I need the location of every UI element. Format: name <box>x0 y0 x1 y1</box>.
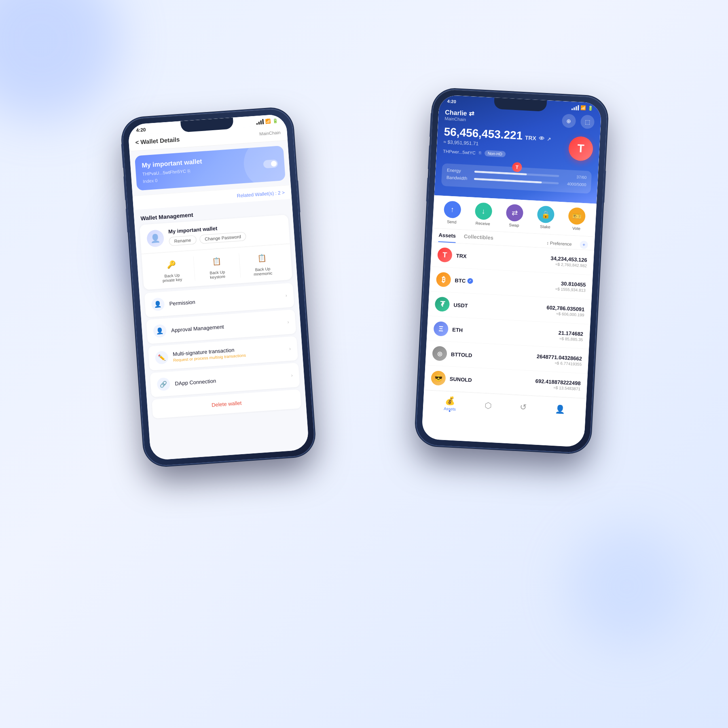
visibility-icon[interactable]: 👁 <box>538 135 544 142</box>
right-battery-icon: 🔋 <box>588 106 594 111</box>
bttold-name: BTTOLD <box>451 351 537 362</box>
btc-values: 30.810455 ≈$ 1555,934.813 <box>555 280 586 292</box>
dapp-label: DApp Connection <box>175 372 286 386</box>
profile-nav-icon: 👤 <box>554 404 565 414</box>
swap-icon: ⇄ <box>506 204 523 222</box>
approval-label: Approval Management <box>171 320 283 333</box>
permission-label: Permission <box>169 293 281 307</box>
backup-private-key[interactable]: 🔑 Back Upprivate key <box>148 256 195 284</box>
change-password-button[interactable]: Change Password <box>199 232 246 244</box>
wallet-addr-text: THPwer...5wtYC <box>443 148 476 155</box>
balance-section: 56,456,453.221 TRX 👁 ↗ ≈ $3,951,951.71 T… <box>434 125 600 197</box>
trx-name: TRX <box>456 252 550 263</box>
addr-copy-icon[interactable]: ⎘ <box>479 150 482 155</box>
right-wifi-icon: 📶 <box>580 105 586 111</box>
asset-list: T TRX 34,234,453.126 ≈$ 2,760,842.982 ₿ <box>424 242 594 399</box>
right-status-icons: 📶 🔋 <box>571 105 594 111</box>
chevron-icon: › <box>285 292 287 298</box>
left-time: 4:20 <box>136 127 146 133</box>
tab-assets[interactable]: Assets <box>438 232 456 243</box>
sunold-logo-icon: 😎 <box>431 370 446 386</box>
sunold-values: 692.418878222498 ≈$ 13.5483871 <box>535 378 581 391</box>
backup-keystore[interactable]: 📋 Back Upkeystore <box>194 253 241 281</box>
wallet-card: My important wallet THPvaU...5wtFhn5YC ⎘… <box>135 146 286 190</box>
rename-button[interactable]: Rename <box>169 235 197 246</box>
left-status-icons: 📶 🔋 <box>256 118 278 125</box>
right-signal-icon <box>571 105 579 110</box>
resources: T Energy 37/60 Bandwi <box>441 163 592 194</box>
wifi-icon: 📶 <box>265 118 271 124</box>
send-icon: ↑ <box>443 201 461 218</box>
usdt-values: 602,786.035091 ≈$ 606,000.199 <box>546 304 584 317</box>
bttold-values: 2648771.04328662 ≈$ 6.77419355 <box>536 353 582 366</box>
assets-nav-icon: 💰 <box>445 396 455 406</box>
key-icon: 🔑 <box>164 258 178 271</box>
sunold-name: SUNOLD <box>449 376 535 386</box>
add-wallet-button[interactable]: ⊕ <box>562 114 576 128</box>
wallet-identity-info: My important wallet Rename Change Passwo… <box>168 221 283 246</box>
non-hd-badge: Non-HD <box>484 150 506 157</box>
btc-name: BTC ✓ <box>455 277 555 288</box>
eth-logo-icon: Ξ <box>433 321 449 336</box>
bttold-logo-icon: ◎ <box>432 346 447 361</box>
right-time: 4:20 <box>447 99 456 104</box>
header-chain: MainChain <box>259 130 281 136</box>
permission-icon: 👤 <box>151 297 165 311</box>
usdt-name: USDT <box>453 302 546 313</box>
signal-icon <box>256 119 264 125</box>
mnemonic-icon: 📋 <box>255 251 269 265</box>
multisig-chevron-icon: › <box>289 346 291 351</box>
verified-badge: ✓ <box>467 278 473 284</box>
preference-button[interactable]: ↕ Preference <box>546 240 572 246</box>
approval-icon: 👤 <box>153 324 167 338</box>
approval-chevron-icon: › <box>287 319 289 325</box>
vote-button[interactable]: 🎫 Vote <box>568 207 586 231</box>
eth-name: ETH <box>452 326 559 338</box>
nav-assets[interactable]: 💰 Assets <box>444 396 457 412</box>
wallet-mgmt-card: 👤 My important wallet Rename Change Pass… <box>140 215 292 290</box>
trx-logo: T <box>560 131 594 165</box>
dapp-chevron-icon: › <box>291 372 293 378</box>
main-wallet-phone: 4:20 📶 🔋 <box>415 89 607 453</box>
wallet-avatar: 👤 <box>146 229 165 248</box>
eth-values: 21.174682 ≈$ 85,885.35 <box>558 330 584 342</box>
battery-icon: 🔋 <box>272 118 278 123</box>
add-asset-button[interactable]: + <box>580 240 588 249</box>
vote-icon: 🎫 <box>568 207 586 225</box>
stake-button[interactable]: 🔒 Stake <box>537 205 555 229</box>
balance-unit: TRX <box>525 134 537 141</box>
eth-usd: ≈$ 85,885.35 <box>558 336 583 342</box>
swap-button[interactable]: ⇄ Swap <box>506 204 524 228</box>
nav-layers[interactable]: ⬡ <box>484 400 491 411</box>
dapp-icon: 🔗 <box>157 377 170 391</box>
trx-values: 34,234,453.126 ≈$ 2,760,842.982 <box>550 255 587 268</box>
multisig-icon: ✏️ <box>155 351 169 364</box>
layers-nav-icon: ⬡ <box>484 400 491 411</box>
btc-logo-icon: ₿ <box>436 272 451 287</box>
keystore-icon: 📋 <box>210 254 223 268</box>
back-button[interactable]: < Wallet Details <box>135 136 180 146</box>
backup-mnemonic[interactable]: 📋 Back Upmnemonic <box>239 250 286 277</box>
history-nav-icon: ↺ <box>519 402 527 413</box>
wallet-toggle[interactable] <box>263 159 278 168</box>
sort-icon: ↕ <box>546 240 549 245</box>
copy-icon[interactable]: ⎘ <box>188 168 191 173</box>
wallet-address-row: THPwer...5wtYC ⎘ Non-HD <box>443 148 550 160</box>
receive-button[interactable]: ↓ Receive <box>474 202 493 226</box>
send-button[interactable]: ↑ Send <box>443 201 461 224</box>
right-header: 4:20 📶 🔋 <box>434 95 602 204</box>
nav-history[interactable]: ↺ <box>519 402 527 413</box>
expand-icon[interactable]: ↗ <box>546 136 551 142</box>
nav-profile[interactable]: 👤 <box>554 404 565 414</box>
usdt-logo-icon: ₮ <box>435 296 450 312</box>
scan-button[interactable]: ⬚ <box>580 114 595 129</box>
trx-logo-icon: T <box>437 247 453 262</box>
tab-collectibles[interactable]: Collectibles <box>463 233 493 245</box>
wallet-details-phone: 4:20 📶 🔋 < Wallet Details <box>122 108 315 466</box>
header-actions: ⊕ ⬚ <box>562 114 595 129</box>
stake-icon: 🔒 <box>537 205 555 223</box>
eth-amount: 21.174682 <box>558 330 583 337</box>
receive-icon: ↓ <box>474 202 492 220</box>
